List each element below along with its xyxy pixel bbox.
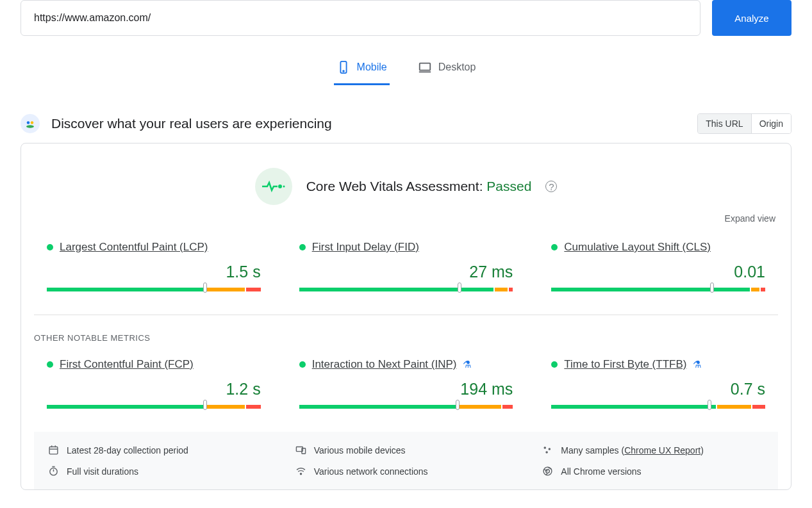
svg-point-17 bbox=[546, 451, 549, 454]
status-dot bbox=[551, 361, 558, 368]
footer-devices: Various mobile devices bbox=[295, 445, 517, 455]
help-icon[interactable]: ? bbox=[545, 181, 557, 192]
distribution-bar bbox=[299, 405, 513, 409]
metric-name-link[interactable]: Interaction to Next Paint (INP) bbox=[312, 358, 457, 371]
metric-name-link[interactable]: Time to First Byte (TTFB) bbox=[564, 358, 686, 371]
discover-title: Discover what your real users are experi… bbox=[51, 116, 332, 131]
metric-fid: First Input Delay (FID) 27 ms bbox=[299, 241, 513, 291]
metric-lcp: Largest Contentful Paint (LCP) 1.5 s bbox=[47, 241, 261, 291]
calendar-icon bbox=[48, 445, 59, 455]
metric-fcp: First Contentful Paint (FCP) 1.2 s bbox=[47, 358, 261, 409]
metric-value: 1.2 s bbox=[47, 380, 261, 398]
metric-value: 194 ms bbox=[299, 380, 513, 398]
svg-point-6 bbox=[26, 125, 34, 128]
metric-name-link[interactable]: Cumulative Layout Shift (CLS) bbox=[564, 241, 711, 254]
users-icon bbox=[21, 114, 40, 133]
expand-view-link[interactable]: Expand view bbox=[725, 213, 775, 224]
status-dot bbox=[299, 244, 306, 250]
distribution-bar bbox=[299, 288, 513, 291]
svg-rect-9 bbox=[49, 447, 58, 454]
metric-value: 0.7 s bbox=[551, 380, 765, 398]
bar-marker bbox=[203, 400, 207, 410]
distribution-bar bbox=[551, 288, 765, 291]
footer-versions: All Chrome versions bbox=[542, 466, 764, 477]
scope-toggle: This URL Origin bbox=[697, 113, 791, 134]
metric-value: 1.5 s bbox=[47, 263, 261, 281]
mobile-icon bbox=[336, 60, 351, 74]
svg-point-15 bbox=[544, 447, 547, 449]
wifi-icon bbox=[295, 466, 306, 477]
svg-point-18 bbox=[50, 468, 57, 475]
status-dot bbox=[47, 244, 53, 250]
analyze-button[interactable]: Analyze bbox=[712, 0, 791, 36]
distribution-bar bbox=[47, 288, 261, 291]
tab-label: Mobile bbox=[357, 61, 387, 73]
results-panel: Core Web Vitals Assessment: Passed ? Exp… bbox=[21, 143, 791, 490]
bar-marker bbox=[203, 283, 207, 293]
svg-point-8 bbox=[283, 186, 285, 188]
assessment-status: Passed bbox=[486, 179, 531, 193]
footer-period: Latest 28-day collection period bbox=[48, 445, 270, 455]
distribution-bar bbox=[551, 405, 765, 409]
svg-point-5 bbox=[31, 121, 34, 124]
svg-rect-2 bbox=[419, 63, 430, 70]
desktop-icon bbox=[418, 60, 432, 74]
metric-value: 0.01 bbox=[551, 263, 765, 281]
assessment-text: Core Web Vitals Assessment: Passed bbox=[306, 179, 532, 194]
bar-marker bbox=[458, 283, 461, 293]
status-dot bbox=[47, 361, 53, 368]
chrome-ux-report-link[interactable]: Chrome UX Report bbox=[624, 445, 700, 455]
distribution-bar bbox=[47, 405, 261, 409]
metric-cls: Cumulative Layout Shift (CLS) 0.01 bbox=[551, 241, 765, 291]
svg-point-7 bbox=[278, 184, 282, 188]
metric-name-link[interactable]: First Input Delay (FID) bbox=[312, 241, 419, 254]
svg-point-21 bbox=[300, 473, 301, 475]
tab-desktop[interactable]: Desktop bbox=[415, 55, 479, 85]
footer-network: Various network connections bbox=[295, 466, 517, 477]
experimental-icon: ⚗ bbox=[693, 359, 701, 370]
tab-mobile[interactable]: Mobile bbox=[334, 55, 390, 85]
metric-name-link[interactable]: First Contentful Paint (FCP) bbox=[60, 358, 194, 371]
metric-name-link[interactable]: Largest Contentful Paint (LCP) bbox=[60, 241, 208, 254]
svg-point-16 bbox=[549, 448, 551, 450]
url-input[interactable] bbox=[21, 0, 700, 36]
timer-icon bbox=[48, 466, 59, 477]
toggle-this-url[interactable]: This URL bbox=[698, 114, 750, 133]
bar-marker bbox=[456, 400, 460, 410]
metric-value: 27 ms bbox=[299, 263, 513, 281]
pulse-icon bbox=[255, 168, 292, 205]
section-label: OTHER NOTABLE METRICS bbox=[34, 333, 778, 358]
footer-samples: Many samples (Chrome UX Report) bbox=[542, 445, 764, 455]
metric-ttfb: Time to First Byte (TTFB) ⚗ 0.7 s bbox=[551, 358, 765, 409]
chrome-icon bbox=[542, 466, 553, 477]
status-dot bbox=[551, 244, 558, 250]
scatter-icon bbox=[542, 445, 553, 455]
tab-label: Desktop bbox=[438, 61, 476, 73]
toggle-origin[interactable]: Origin bbox=[751, 114, 791, 133]
metric-inp: Interaction to Next Paint (INP) ⚗ 194 ms bbox=[299, 358, 513, 409]
experimental-icon: ⚗ bbox=[463, 359, 471, 370]
assessment-label: Core Web Vitals Assessment: bbox=[306, 179, 487, 193]
footer-durations: Full visit durations bbox=[48, 466, 270, 477]
bar-marker bbox=[710, 283, 714, 293]
svg-point-4 bbox=[27, 121, 30, 124]
bar-marker bbox=[708, 400, 711, 410]
devices-icon bbox=[295, 445, 306, 455]
svg-point-1 bbox=[343, 70, 344, 72]
status-dot bbox=[299, 361, 306, 368]
